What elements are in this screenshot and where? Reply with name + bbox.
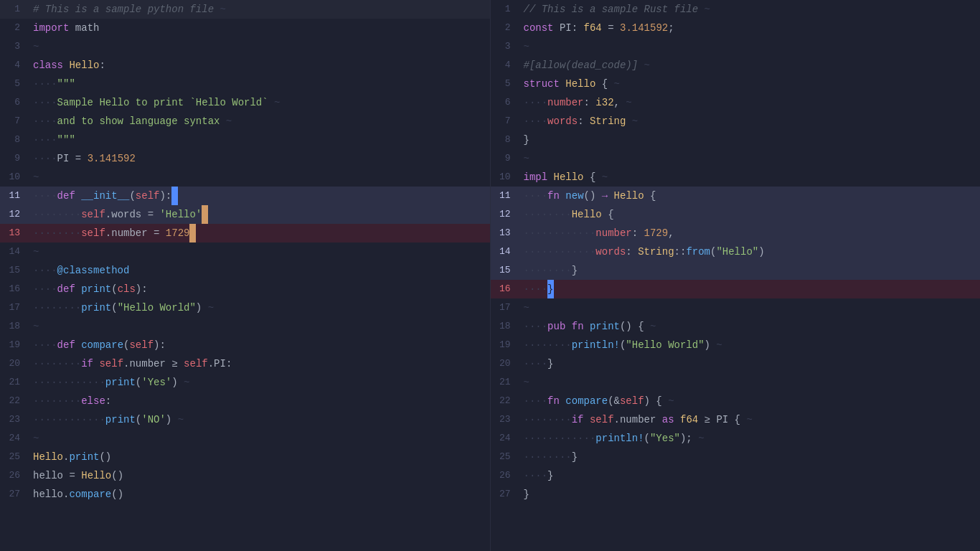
line-25: 25 Hello.print() <box>0 448 490 466</box>
line-8: 8 ····""" <box>0 131 490 149</box>
r-line-10: 10 impl Hello { ~ <box>491 168 981 187</box>
python-code: 1 # This is a sample python file ~ 2 imp… <box>0 0 490 504</box>
line-5: 5 ····""" <box>0 75 490 93</box>
r-line-19: 19 ········println!("Hello World") ~ <box>491 336 981 354</box>
line-12: 12 ········self.words = 'Hello' <box>0 205 490 224</box>
line-6: 6 ····Sample Hello to print `Hello World… <box>0 93 490 112</box>
r-line-21: 21 ~ <box>491 373 981 392</box>
line-23: 23 ············print('NO') ~ <box>0 410 490 429</box>
r-line-17: 17 ~ <box>491 298 981 317</box>
r-line-6: 6 ····number: i32, ~ <box>491 93 981 112</box>
line-3: 3 ~ <box>0 37 490 56</box>
rust-code: 1 // This is a sample Rust file ~ 2 cons… <box>491 0 981 504</box>
line-13: 13 ········self.number = 1729 <box>0 224 490 242</box>
r-line-4: 4 #[allow(dead_code)] ~ <box>491 56 981 75</box>
r-line-3: 3 ~ <box>491 37 981 56</box>
python-editor[interactable]: 1 # This is a sample python file ~ 2 imp… <box>0 0 491 551</box>
line-27: 27 hello.compare() <box>0 485 490 504</box>
line-19: 19 ····def compare(self): <box>0 336 490 354</box>
line-17: 17 ········print("Hello World") ~ <box>0 298 490 317</box>
r-line-7: 7 ····words: String ~ <box>491 112 981 131</box>
line-1: 1 # This is a sample python file ~ <box>0 0 490 19</box>
r-line-11: 11 ····fn new() → Hello { <box>491 187 981 205</box>
r-line-2: 2 const PI: f64 = 3.141592; <box>491 19 981 37</box>
r-line-12: 12 ········Hello { <box>491 205 981 224</box>
r-line-23: 23 ········if self.number as f64 ≥ PI { … <box>491 410 981 429</box>
line-20: 20 ········if self.number ≥ self.PI: <box>0 354 490 373</box>
line-10: 10 ~ <box>0 168 490 187</box>
line-14: 14 ~ <box>0 242 490 261</box>
r-line-25: 25 ········} <box>491 448 981 466</box>
r-line-22: 22 ····fn compare(&self) { ~ <box>491 392 981 410</box>
line-21: 21 ············print('Yes') ~ <box>0 373 490 392</box>
r-line-1: 1 // This is a sample Rust file ~ <box>491 0 981 19</box>
r-line-16: 16 ····} <box>491 280 981 298</box>
line-2: 2 import math <box>0 19 490 37</box>
line-22: 22 ········else: <box>0 392 490 410</box>
line-4: 4 class Hello: <box>0 56 490 75</box>
r-line-27: 27 } <box>491 485 981 504</box>
r-line-13: 13 ············number: 1729, <box>491 224 981 242</box>
line-18: 18 ~ <box>0 317 490 336</box>
r-line-9: 9 ~ <box>491 149 981 168</box>
r-line-20: 20 ····} <box>491 354 981 373</box>
line-26: 26 hello = Hello() <box>0 466 490 485</box>
r-line-15: 15 ········} <box>491 261 981 280</box>
r-line-26: 26 ····} <box>491 466 981 485</box>
r-line-18: 18 ····pub fn print() { ~ <box>491 317 981 336</box>
r-line-14: 14 ············words: String::from("Hell… <box>491 242 981 261</box>
r-line-5: 5 struct Hello { ~ <box>491 75 981 93</box>
line-24: 24 ~ <box>0 429 490 448</box>
line-7: 7 ····and to show language syntax ~ <box>0 112 490 131</box>
r-line-24: 24 ············println!("Yes"); ~ <box>491 429 981 448</box>
line-15: 15 ····@classmethod <box>0 261 490 280</box>
rust-editor[interactable]: 1 // This is a sample Rust file ~ 2 cons… <box>491 0 981 551</box>
line-9: 9 ····PI = 3.141592 <box>0 149 490 168</box>
line-11: 11 ····def __init__(self): <box>0 187 490 205</box>
r-line-8: 8 } <box>491 131 981 149</box>
line-16: 16 ····def print(cls): <box>0 280 490 298</box>
